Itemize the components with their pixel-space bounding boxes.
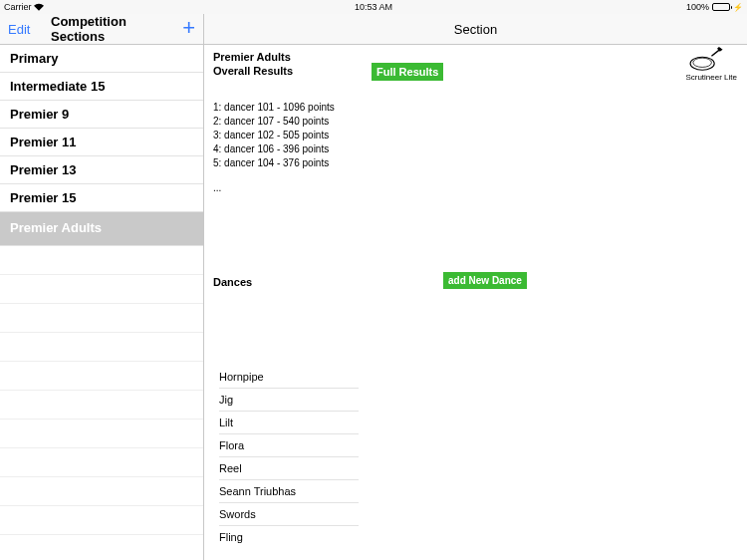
content-header: Section: [204, 14, 747, 45]
result-row: 3: dancer 102 - 505 points: [213, 129, 738, 142]
sidebar-item-premier-15[interactable]: Premier 15: [0, 184, 203, 212]
carrier-label: Carrier: [4, 2, 32, 12]
content-pane: Section Premier Adults Overall Results F…: [204, 14, 747, 560]
list-item: [0, 391, 203, 420]
list-item: [0, 333, 203, 362]
battery-percent: 100%: [686, 2, 709, 12]
sidebar-header: Edit Competition Sections +: [0, 14, 203, 45]
sidebar-item-primary[interactable]: Primary: [0, 45, 203, 73]
clipboard-icon: [685, 47, 723, 73]
dance-item-reel[interactable]: Reel: [219, 457, 359, 480]
svg-point-1: [693, 58, 712, 67]
dance-item-hornpipe[interactable]: Hornpipe: [219, 366, 359, 389]
list-item: [0, 448, 203, 477]
battery-icon: [712, 3, 730, 11]
section-subtitle: Premier Adults: [213, 51, 738, 63]
dance-item-fling[interactable]: Fling: [219, 526, 359, 548]
dance-item-flora[interactable]: Flora: [219, 434, 359, 457]
list-item: [0, 506, 203, 535]
list-item: [0, 477, 203, 506]
list-item: [0, 304, 203, 333]
dance-item-lilt[interactable]: Lilt: [219, 412, 359, 434]
overall-results-label: Overall Results: [213, 65, 738, 77]
edit-button[interactable]: Edit: [8, 22, 30, 37]
dances-list: Hornpipe Jig Lilt Flora Reel Seann Triub…: [219, 366, 359, 548]
result-row: 2: dancer 107 - 540 points: [213, 115, 738, 129]
status-bar: Carrier 10:53 AM 100% ⚡: [0, 0, 747, 14]
sidebar-item-premier-11[interactable]: Premier 11: [0, 129, 203, 156]
app-brand: Scrutineer Lite: [685, 47, 737, 82]
sidebar-item-premier-13[interactable]: Premier 13: [0, 156, 203, 184]
charging-icon: ⚡: [733, 3, 743, 12]
section-list: Primary Intermediate 15 Premier 9 Premie…: [0, 45, 203, 560]
list-item: [0, 362, 203, 391]
sidebar-title: Competition Sections: [51, 14, 152, 44]
results-list: 1: dancer 101 - 1096 points 2: dancer 10…: [213, 101, 738, 170]
dance-item-jig[interactable]: Jig: [219, 389, 359, 412]
wifi-icon: [34, 3, 44, 11]
add-section-button[interactable]: +: [182, 17, 195, 42]
dances-header: Dances: [213, 276, 252, 288]
list-item: [0, 275, 203, 304]
add-dance-button[interactable]: add New Dance: [443, 272, 527, 289]
dance-item-seann-triubhas[interactable]: Seann Triubhas: [219, 480, 359, 503]
dance-item-swords[interactable]: Swords: [219, 503, 359, 526]
sidebar-item-premier-adults[interactable]: Premier Adults: [0, 212, 203, 246]
result-row: 5: dancer 104 - 376 points: [213, 156, 738, 170]
brand-label: Scrutineer Lite: [685, 73, 737, 82]
result-row: 4: dancer 106 - 396 points: [213, 142, 738, 156]
full-results-button[interactable]: Full Results: [372, 63, 443, 81]
status-time: 10:53 AM: [355, 2, 392, 12]
list-item: [0, 246, 203, 275]
sidebar-item-intermediate-15[interactable]: Intermediate 15: [0, 73, 203, 101]
sidebar-item-premier-9[interactable]: Premier 9: [0, 101, 203, 129]
svg-point-0: [690, 57, 714, 70]
list-item: [0, 420, 203, 448]
sidebar: Edit Competition Sections + Primary Inte…: [0, 14, 204, 560]
result-row: 1: dancer 101 - 1096 points: [213, 101, 738, 115]
results-ellipsis: ...: [213, 182, 738, 193]
